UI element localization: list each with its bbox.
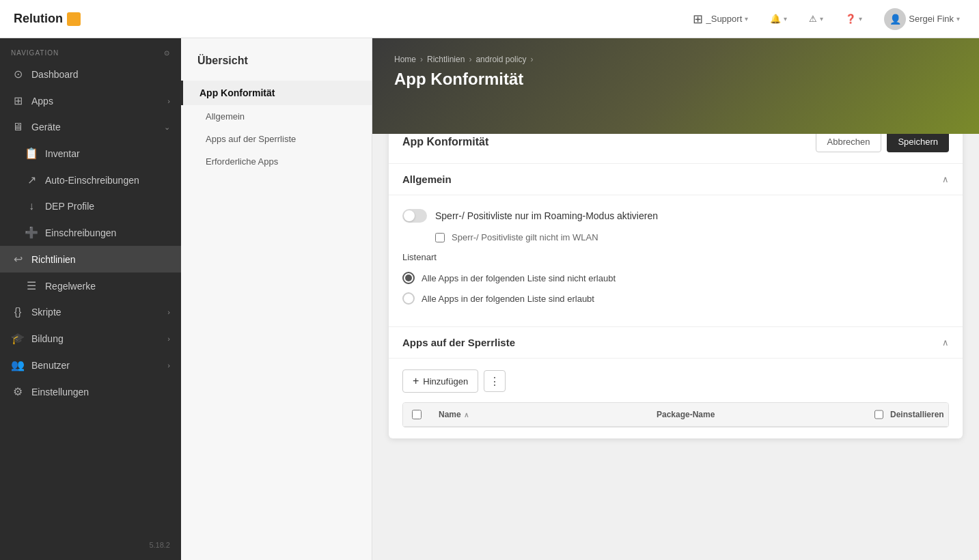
more-icon: ⋮ bbox=[489, 375, 500, 388]
wlan-checkbox-row: Sperr-/ Positivliste gilt nicht im WLAN bbox=[435, 232, 949, 242]
list-type-label: Listenart bbox=[402, 252, 949, 262]
select-all-checkbox[interactable] bbox=[412, 410, 422, 419]
save-button[interactable]: Speichern bbox=[887, 131, 949, 152]
bildung-expand-icon: › bbox=[167, 335, 170, 343]
sidebar-item-dashboard[interactable]: ⊙ Dashboard bbox=[0, 61, 181, 87]
policy-nav-app-konformitaet[interactable]: App Konformität bbox=[181, 81, 372, 105]
th-package: Package-Name bbox=[648, 403, 866, 426]
page-content: Home › Richtlinien › android policy › Ap… bbox=[372, 38, 979, 560]
roaming-toggle-row: Sperr-/ Positivliste nur im Roaming-Modu… bbox=[402, 209, 949, 223]
apps-icon: ⊞ bbox=[11, 94, 25, 107]
wlan-checkbox[interactable] bbox=[435, 233, 445, 242]
th-package-label: Package-Name bbox=[657, 410, 715, 419]
sidebar-item-auto-einschreibungen[interactable]: ↗ Auto-Einschreibungen bbox=[0, 167, 181, 193]
sidebar-item-dep-profile[interactable]: ↓ DEP Profile bbox=[0, 193, 181, 219]
allgemein-section-header[interactable]: Allgemein ∧ bbox=[389, 164, 963, 195]
th-checkbox[interactable] bbox=[403, 403, 430, 426]
version-label: 5.18.2 bbox=[0, 530, 181, 560]
breadcrumb: Home › Richtlinien › android policy › bbox=[394, 55, 957, 64]
sidebar-item-label: DEP Profile bbox=[45, 201, 94, 212]
policy-nav-apps-sperrliste[interactable]: Apps auf der Sperrliste bbox=[181, 128, 372, 150]
roaming-toggle-label: Sperr-/ Positivliste nur im Roaming-Modu… bbox=[435, 210, 658, 221]
page-title: App Konformität bbox=[394, 70, 957, 89]
sidebar-item-label: Skripte bbox=[31, 307, 61, 318]
user-name: Sergei Fink bbox=[909, 14, 954, 24]
sort-name-icon: ∧ bbox=[464, 411, 469, 419]
regelwerke-icon: ☰ bbox=[25, 279, 38, 292]
allgemein-title: Allgemein bbox=[402, 173, 452, 185]
sidebar-item-label: Benutzer bbox=[31, 360, 70, 371]
roaming-toggle[interactable] bbox=[402, 209, 427, 223]
more-options-button[interactable]: ⋮ bbox=[484, 370, 506, 392]
alerts-nav-item[interactable]: ⚠ ▾ bbox=[803, 11, 829, 27]
radio-allowed-label: Alle Apps in der folgenden Liste sind er… bbox=[422, 294, 594, 304]
sidebar-item-inventar[interactable]: 📋 Inventar bbox=[0, 140, 181, 167]
sidebar-item-label: Geräte bbox=[31, 122, 61, 132]
sidebar-section-label: NAVIGATION ⊙ bbox=[0, 38, 181, 61]
sidebar-item-einstellungen[interactable]: ⚙ Einstellungen bbox=[0, 378, 181, 405]
add-button[interactable]: + Hinzufügen bbox=[402, 369, 478, 393]
avatar: 👤 bbox=[884, 8, 906, 30]
page-header: Home › Richtlinien › android policy › Ap… bbox=[372, 38, 979, 134]
sidebar-item-label: Inventar bbox=[45, 148, 80, 159]
policy-nav-erforderliche-apps[interactable]: Erforderliche Apps bbox=[181, 150, 372, 173]
table-header: Name ∧ Package-Name Deinstallieren bbox=[403, 403, 948, 427]
sidebar-item-label: Apps bbox=[31, 96, 53, 107]
alerts-chevron-icon: ▾ bbox=[820, 15, 823, 23]
sidebar-item-geraete[interactable]: 🖥 Geräte ⌄ bbox=[0, 114, 181, 140]
sidebar-item-bildung[interactable]: 🎓 Bildung › bbox=[0, 325, 181, 352]
radio-inner bbox=[405, 275, 412, 281]
sidebar-item-regelwerke[interactable]: ☰ Regelwerke bbox=[0, 272, 181, 299]
sidebar-item-benutzer[interactable]: 👥 Benutzer › bbox=[0, 352, 181, 378]
sidebar-item-label: Einstellungen bbox=[31, 387, 89, 397]
logo-icon bbox=[67, 12, 81, 26]
alert-icon: ⚠ bbox=[809, 14, 817, 24]
th-name[interactable]: Name ∧ bbox=[430, 403, 648, 426]
support-label: _Support bbox=[706, 14, 742, 24]
bildung-icon: 🎓 bbox=[11, 332, 25, 345]
blocklist-section-header[interactable]: Apps auf der Sperrliste ∧ bbox=[389, 327, 963, 359]
benutzer-icon: 👥 bbox=[11, 359, 25, 372]
notifications-nav-item[interactable]: 🔔 ▾ bbox=[764, 11, 792, 27]
policy-nav-allgemein[interactable]: Allgemein bbox=[181, 105, 372, 128]
radio-row-not-allowed[interactable]: Alle Apps in der folgenden Liste sind ni… bbox=[402, 272, 949, 284]
radio-row-allowed[interactable]: Alle Apps in der folgenden Liste sind er… bbox=[402, 292, 949, 305]
geraete-chevron-icon: ⌄ bbox=[164, 123, 170, 132]
dep-profile-icon: ↓ bbox=[25, 200, 38, 212]
einschreibungen-icon: ➕ bbox=[25, 226, 38, 239]
top-nav: Relution ⊞ _Support ▾ 🔔 ▾ ⚠ ▾ ❓ ▾ 👤 Serg… bbox=[0, 0, 979, 38]
geraete-icon: 🖥 bbox=[11, 121, 25, 133]
toggle-knob bbox=[404, 210, 415, 221]
help-nav-item[interactable]: ❓ ▾ bbox=[840, 11, 868, 27]
notifications-chevron-icon: ▾ bbox=[784, 15, 787, 23]
sidebar-item-richtlinien[interactable]: ↩ Richtlinien bbox=[0, 246, 181, 272]
dashboard-icon: ⊙ bbox=[11, 68, 25, 81]
card-title: App Konformität bbox=[402, 136, 488, 148]
auto-einschreibungen-icon: ↗ bbox=[25, 173, 38, 186]
wlan-checkbox-label: Sperr-/ Positivliste gilt nicht im WLAN bbox=[452, 232, 598, 242]
sidebar-item-einschreibungen[interactable]: ➕ Einschreibungen bbox=[0, 219, 181, 246]
uninstall-all-checkbox[interactable] bbox=[874, 410, 883, 419]
cancel-button[interactable]: Abbrechen bbox=[816, 131, 882, 152]
user-nav-item[interactable]: 👤 Sergei Fink ▾ bbox=[879, 5, 965, 33]
richtlinien-icon: ↩ bbox=[11, 253, 25, 266]
sidebar-item-label: Einschreibungen bbox=[45, 227, 116, 238]
allgemein-body: Sperr-/ Positivliste nur im Roaming-Modu… bbox=[389, 195, 963, 327]
card-actions: Abbrechen Speichern bbox=[816, 131, 949, 152]
radio-not-allowed[interactable] bbox=[402, 272, 415, 284]
sidebar-item-apps[interactable]: ⊞ Apps › bbox=[0, 87, 181, 114]
breadcrumb-android-policy[interactable]: android policy bbox=[475, 55, 526, 64]
skripte-expand-icon: › bbox=[167, 308, 170, 316]
support-nav-item[interactable]: ⊞ _Support ▾ bbox=[687, 9, 754, 29]
plus-icon: + bbox=[413, 375, 419, 387]
logo-text: Relution bbox=[14, 12, 63, 26]
app-logo[interactable]: Relution bbox=[14, 12, 81, 26]
main-card: App Konformität Abbrechen Speichern Allg… bbox=[389, 120, 963, 438]
breadcrumb-home[interactable]: Home bbox=[394, 55, 416, 64]
sidebar-item-skripte[interactable]: {} Skripte › bbox=[0, 299, 181, 325]
blocklist-body: + Hinzufügen ⋮ Name bbox=[389, 359, 963, 438]
th-uninstall-label: Deinstallieren bbox=[890, 410, 944, 419]
support-chevron-icon: ▾ bbox=[745, 15, 748, 23]
breadcrumb-richtlinien[interactable]: Richtlinien bbox=[427, 55, 465, 64]
radio-allowed[interactable] bbox=[402, 292, 415, 305]
